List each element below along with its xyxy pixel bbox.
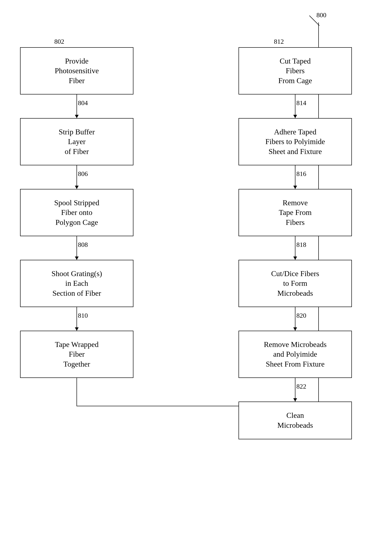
box-818-text: Cut/Dice Fibersto FormMicrobeads <box>271 269 319 298</box>
box-812: Cut TapedFibersFrom Cage <box>238 47 352 94</box>
label-820: 820 <box>296 312 306 319</box>
box-804-text: Strip BufferLayerof Fiber <box>59 127 95 157</box>
entry-v-line <box>318 22 319 50</box>
box-802: ProvidePhotosensitiveFiber <box>20 47 133 94</box>
box-802-text: ProvidePhotosensitiveFiber <box>55 56 99 86</box>
label-804: 804 <box>78 99 88 107</box>
box-816: RemoveTape FromFibers <box>238 189 352 236</box>
box-810-text: Tape WrappedFiberTogether <box>55 340 98 369</box>
arrow-820-822 <box>295 378 295 402</box>
label-808: 808 <box>78 241 88 248</box>
label-822: 822 <box>296 383 306 390</box>
left-bottom-line <box>77 378 77 406</box>
box-818: Cut/Dice Fibersto FormMicrobeads <box>238 260 352 307</box>
arrow-818-820 <box>295 307 295 331</box>
box-814: Adhere TapedFibers to PolyimideSheet and… <box>238 118 352 165</box>
box-806-text: Spool StrippedFiber ontoPolygon Cage <box>54 198 99 227</box>
label-810: 810 <box>78 312 88 319</box>
box-814-text: Adhere TapedFibers to PolyimideSheet and… <box>266 127 325 157</box>
arrow-802-804 <box>77 94 77 118</box>
label-814: 814 <box>296 99 306 107</box>
box-820: Remove Microbeadsand PolyimideSheet From… <box>238 331 352 378</box>
arrow-804-806 <box>77 165 77 189</box>
box-808-text: Shoot Grating(s)in EachSection of Fiber <box>51 269 102 298</box>
label-806: 806 <box>78 170 88 178</box>
diagram-container: 800 802 ProvidePhotosensitiveFiber 804 S… <box>0 0 392 552</box>
box-806: Spool StrippedFiber ontoPolygon Cage <box>20 189 133 236</box>
box-804: Strip BufferLayerof Fiber <box>20 118 133 165</box>
box-812-text: Cut TapedFibersFrom Cage <box>278 56 312 86</box>
box-810: Tape WrappedFiberTogether <box>20 331 133 378</box>
arrow-814-816 <box>295 165 295 189</box>
box-820-text: Remove Microbeadsand PolyimideSheet From… <box>264 340 327 369</box>
arrow-812-814 <box>295 94 295 118</box>
box-808: Shoot Grating(s)in EachSection of Fiber <box>20 260 133 307</box>
box-822: CleanMicrobeads <box>238 402 352 439</box>
arrow-816-818 <box>295 236 295 260</box>
arrow-808-810 <box>77 307 77 331</box>
label-816: 816 <box>296 170 306 178</box>
label-812: 812 <box>274 38 284 45</box>
label-818: 818 <box>296 241 306 248</box>
box-822-text: CleanMicrobeads <box>277 411 313 430</box>
arrow-806-808 <box>77 236 77 260</box>
box-816-text: RemoveTape FromFibers <box>279 198 311 227</box>
label-800: 800 <box>316 11 326 19</box>
label-802: 802 <box>54 38 64 45</box>
